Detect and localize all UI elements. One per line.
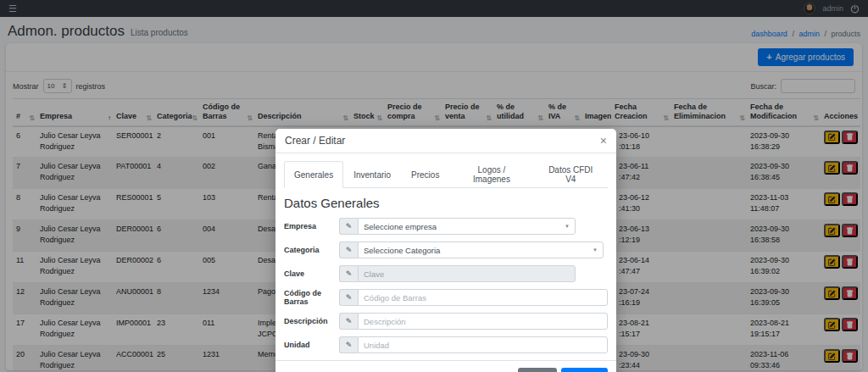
save-button[interactable]: Guardar [561, 368, 608, 372]
pencil-icon: ✎ [339, 313, 358, 330]
pencil-icon: ✎ [339, 218, 358, 235]
field-label: Clave [284, 269, 339, 278]
form-row: Código de Barras ✎ Código de Barras ▼ [284, 289, 608, 306]
field-control[interactable]: Código de Barras ▼ [358, 289, 608, 306]
chevron-down-icon: ▼ [593, 247, 598, 253]
modal-tab[interactable]: Logos / Imagenes [449, 161, 533, 188]
modal-title: Crear / Editar [285, 135, 345, 147]
modal-tab[interactable]: Precios [401, 161, 449, 188]
field-control[interactable]: Unidad ▼ [358, 336, 608, 353]
chevron-down-icon: ▼ [565, 224, 570, 229]
modal-form: Empresa ✎ Seleccione empresa ▼ Categoria… [284, 218, 608, 353]
modal-tab[interactable]: Datos CFDI V4 [534, 161, 609, 188]
cancel-button[interactable]: Cerrar [518, 368, 557, 372]
modal-tab[interactable]: Inventario [343, 161, 401, 188]
form-row: Descripción ✎ Descripción ▼ [284, 313, 608, 330]
field-control[interactable]: Seleccione empresa ▼ [358, 218, 576, 235]
form-row: Clave ✎ Clave ▼ [284, 265, 608, 282]
field-control[interactable]: Descripción ▼ [358, 313, 608, 330]
modal-tab[interactable]: Generales [284, 161, 343, 188]
section-title: Datos Generales [284, 196, 608, 210]
field-label: Descripción [284, 317, 339, 325]
create-edit-modal: Crear / Editar × Generales Inventario Pr… [275, 129, 616, 372]
field-label: Categoria [284, 246, 339, 254]
close-icon[interactable]: × [600, 135, 607, 147]
form-row: Empresa ✎ Seleccione empresa ▼ [284, 218, 608, 235]
field-control[interactable]: Clave ▼ [358, 265, 576, 282]
pencil-icon: ✎ [339, 289, 358, 306]
form-row: Unidad ✎ Unidad ▼ [284, 336, 608, 353]
pencil-icon: ✎ [339, 265, 358, 282]
form-row: Categoria ✎ Seleccione Categoria ▼ [284, 242, 608, 258]
field-label: Unidad [284, 341, 339, 349]
field-label: Código de Barras [284, 289, 339, 306]
pencil-icon: ✎ [339, 242, 358, 258]
pencil-icon: ✎ [339, 336, 358, 353]
field-control[interactable]: Seleccione Categoria ▼ [358, 242, 604, 258]
modal-tabs: Generales Inventario Precios Logos / Ima… [284, 161, 608, 188]
field-label: Empresa [284, 222, 339, 230]
